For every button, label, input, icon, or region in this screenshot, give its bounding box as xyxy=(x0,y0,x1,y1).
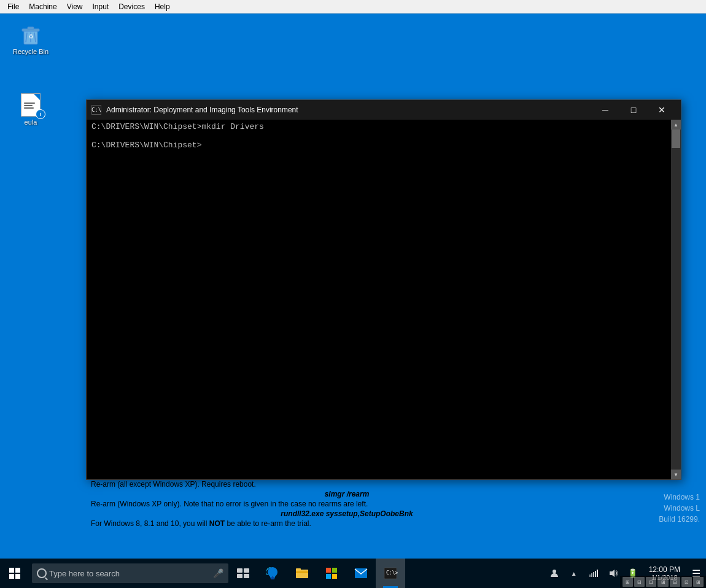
people-icon xyxy=(549,568,559,578)
info-line-5-bold: NOT xyxy=(209,519,225,528)
svg-rect-15 xyxy=(326,574,331,579)
cmd-body: C:\DRIVERS\WIN\Chipset>mkdir Drivers C:\… xyxy=(87,120,681,479)
svg-marker-26 xyxy=(610,570,615,577)
search-placeholder: Type here to search xyxy=(49,569,120,578)
bottom-icon-7[interactable]: ⊞ xyxy=(693,577,704,587)
svg-rect-7 xyxy=(237,568,242,573)
info-line-5: For Windows 8, 8.1 and 10, you will NOT … xyxy=(91,519,603,528)
clock-time: 12:00 PM xyxy=(649,565,680,574)
watermark-line3: Build 16299. xyxy=(659,514,700,525)
search-icon xyxy=(37,568,47,578)
cmd-controls: ─ □ ✕ xyxy=(591,100,676,120)
taskbar-store[interactable] xyxy=(317,559,346,588)
search-bar[interactable]: Type here to search 🎤 xyxy=(32,563,228,583)
svg-text:C:\>_: C:\>_ xyxy=(386,570,398,576)
desktop: ♻ Recycle Bin i eula C:\ Adminis xyxy=(0,14,706,559)
bottom-icon-4[interactable]: ⊞ xyxy=(658,577,668,587)
menu-machine[interactable]: Machine xyxy=(24,1,61,12)
maximize-button[interactable]: □ xyxy=(619,100,648,120)
scroll-thumb[interactable] xyxy=(672,130,680,148)
recycle-bin-label: Recycle Bin xyxy=(13,48,48,55)
taskbar-explorer[interactable] xyxy=(287,559,317,588)
svg-rect-23 xyxy=(593,572,594,577)
bottom-icon-1[interactable]: ⊞ xyxy=(623,577,633,587)
info-panel: Re-arm (all except Windows XP). Requires… xyxy=(86,480,608,529)
svg-rect-13 xyxy=(326,568,331,573)
bottom-icon-strip: ⊞ ⊟ ⊡ ⊞ ⊟ ⊡ ⊞ xyxy=(620,576,706,588)
svg-rect-17 xyxy=(355,568,367,578)
windows-watermark: Windows 1 Windows L Build 16299. xyxy=(659,492,700,525)
svg-rect-21 xyxy=(589,574,591,577)
bottom-icon-6[interactable]: ⊡ xyxy=(681,577,692,587)
watermark-line1: Windows 1 xyxy=(659,492,700,503)
eula-icon[interactable]: i eula xyxy=(6,90,55,128)
info-line-2: slmgr /rearm xyxy=(91,490,603,498)
svg-rect-25 xyxy=(597,570,598,577)
tray-people-icon[interactable] xyxy=(545,559,564,588)
taskbar: Type here to search 🎤 xyxy=(0,559,706,588)
eula-label: eula xyxy=(25,118,37,126)
store-icon xyxy=(324,566,339,581)
task-view-button[interactable] xyxy=(228,559,258,588)
minimize-button[interactable]: ─ xyxy=(591,100,619,120)
start-button[interactable] xyxy=(0,559,29,588)
cmd-icon: C:\>_ xyxy=(383,566,398,581)
svg-text:♻: ♻ xyxy=(28,33,34,40)
cmd-titlebar[interactable]: C:\ Administrator: Deployment and Imagin… xyxy=(87,100,681,120)
cmd-window-title: Administrator: Deployment and Imaging To… xyxy=(106,106,591,114)
menu-devices[interactable]: Devices xyxy=(114,1,150,12)
info-line-4: rundll32.exe syssetup,SetupOobeBnk xyxy=(91,509,603,518)
svg-rect-2 xyxy=(28,27,34,29)
menu-input[interactable]: Input xyxy=(88,1,114,12)
info-line-2-italic: slmgr /rearm xyxy=(325,490,370,498)
cmd-window-icon: C:\ xyxy=(91,105,101,115)
svg-point-20 xyxy=(553,570,556,573)
scroll-track[interactable] xyxy=(671,130,681,470)
mail-icon xyxy=(354,566,368,581)
bottom-icon-3[interactable]: ⊡ xyxy=(646,577,656,587)
svg-rect-16 xyxy=(332,574,337,579)
info-line-3: Re-arm (Windows XP only). Note that no e… xyxy=(91,500,603,508)
taskbar-edge[interactable] xyxy=(258,559,287,588)
close-button[interactable]: ✕ xyxy=(648,100,676,120)
svg-rect-11 xyxy=(296,570,308,578)
task-view-icon xyxy=(237,568,249,578)
svg-rect-14 xyxy=(332,568,337,573)
taskbar-cmd[interactable]: C:\>_ xyxy=(376,559,405,588)
menu-view[interactable]: View xyxy=(62,1,88,12)
explorer-icon xyxy=(295,566,309,581)
volume-icon xyxy=(608,568,618,578)
network-icon xyxy=(589,568,599,578)
scroll-down-button[interactable]: ▼ xyxy=(671,470,681,479)
info-line-5-pre: For Windows 8, 8.1 and 10, you will xyxy=(91,519,209,528)
recycle-bin-svg: ♻ xyxy=(19,23,42,46)
svg-rect-22 xyxy=(591,573,592,577)
svg-rect-24 xyxy=(595,571,596,577)
info-line-1: Re-arm (all except Windows XP). Requires… xyxy=(91,480,603,489)
watermark-line2: Windows L xyxy=(659,503,700,514)
scroll-up-button[interactable]: ▲ xyxy=(671,120,681,130)
cmd-window: C:\ Administrator: Deployment and Imagin… xyxy=(86,99,681,480)
svg-rect-8 xyxy=(244,568,249,573)
bottom-icon-2[interactable]: ⊟ xyxy=(634,577,645,587)
tray-network-icon[interactable] xyxy=(584,559,603,588)
recycle-bin-icon[interactable]: ♻ Recycle Bin xyxy=(6,20,55,58)
microphone-icon[interactable]: 🎤 xyxy=(213,568,223,578)
svg-rect-12 xyxy=(296,568,301,571)
menu-bar: File Machine View Input Devices Help xyxy=(0,0,706,14)
cmd-scrollbar[interactable]: ▲ ▼ xyxy=(671,120,681,479)
windows-logo-icon xyxy=(9,568,20,579)
bottom-icon-5[interactable]: ⊟ xyxy=(670,577,680,587)
tray-expand-icon[interactable]: ▲ xyxy=(564,559,584,588)
svg-rect-9 xyxy=(237,574,242,578)
cmd-content[interactable]: C:\DRIVERS\WIN\Chipset>mkdir Drivers C:\… xyxy=(87,120,671,479)
menu-file[interactable]: File xyxy=(2,1,24,12)
info-line-5-post: be able to re-arm the trial. xyxy=(225,519,311,528)
info-line-4-italic: rundll32.exe syssetup,SetupOobeBnk xyxy=(281,509,413,518)
menu-help[interactable]: Help xyxy=(150,1,175,12)
svg-rect-10 xyxy=(244,574,249,578)
taskbar-mail[interactable] xyxy=(346,559,376,588)
edge-icon xyxy=(265,566,280,581)
